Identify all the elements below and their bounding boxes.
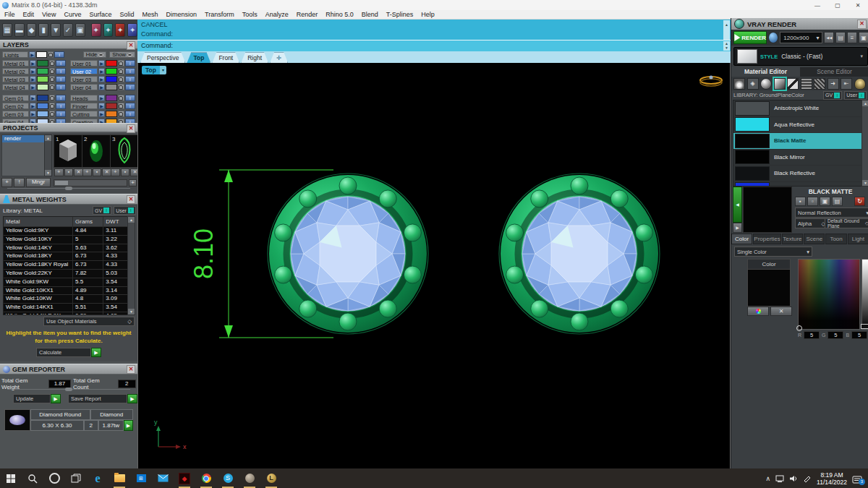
save-report-button[interactable]: Save Report xyxy=(68,394,127,403)
alpha-dropdown[interactable]: Alpha◇ xyxy=(795,218,828,228)
metal-table-row[interactable]: White Gold:10KW4.83.09 xyxy=(4,294,128,303)
render-globe-icon[interactable] xyxy=(768,32,778,43)
layer-expand-icon[interactable]: ▶ xyxy=(30,68,35,74)
layer-visibility-toggle[interactable]: I xyxy=(125,103,135,109)
layer-label[interactable]: User 02 xyxy=(70,68,98,74)
material-list-scrollbar[interactable]: ▲▼ xyxy=(861,100,868,187)
update-button[interactable]: Update xyxy=(13,394,51,403)
thumb-add-button[interactable]: + xyxy=(54,168,64,176)
object-materials-dropdown[interactable]: Use Object Materials◇ xyxy=(43,317,135,326)
metal-weights-close-icon[interactable]: ✕ xyxy=(127,195,135,204)
layer-expand-icon[interactable]: ▶ xyxy=(30,60,35,67)
detail-tab-light[interactable]: Light xyxy=(848,234,868,244)
project-add-button[interactable]: + xyxy=(1,178,12,187)
menu-item-curve[interactable]: Curve xyxy=(64,11,81,18)
menu-item-dimension[interactable]: Dimension xyxy=(166,11,197,18)
ground-plane-dropdown[interactable]: Default Ground Plane◇ xyxy=(825,218,868,228)
texture-icon[interactable] xyxy=(801,78,812,90)
render-list-icon[interactable]: ≡ xyxy=(847,32,857,43)
layer-label[interactable]: Finger xyxy=(70,103,98,109)
layer-visibility-toggle[interactable]: I xyxy=(125,76,135,82)
project-thumbnail-2[interactable]: 2+▪✕ xyxy=(82,134,112,168)
project-manager-button[interactable]: Mngr xyxy=(26,178,51,187)
taskbar-start-icon[interactable] xyxy=(0,468,22,488)
calculate-go-icon[interactable]: ▶ xyxy=(91,348,101,357)
pen-icon[interactable] xyxy=(803,475,812,482)
lock-icon[interactable] xyxy=(118,60,124,67)
layer-visibility-toggle[interactable]: I xyxy=(56,60,66,67)
chevron-down-icon[interactable]: ▾ xyxy=(160,66,166,74)
toolbar-plugin-icon-2[interactable]: ✦ xyxy=(115,23,125,37)
menu-item-mesh[interactable]: Mesh xyxy=(142,11,158,18)
taskbar-search-icon[interactable] xyxy=(22,468,43,488)
metal-table-row[interactable]: Yellow Gold:18KY Royal6.734.33 xyxy=(4,260,128,269)
material-load-icon[interactable]: ▤ xyxy=(832,197,843,206)
lock-icon[interactable] xyxy=(49,68,55,74)
thumb-add-button[interactable]: + xyxy=(82,168,92,176)
layer-expand-icon[interactable]: ▶ xyxy=(30,111,35,117)
menu-item-surface[interactable]: Surface xyxy=(89,11,111,18)
layer-color-swatch[interactable] xyxy=(106,84,117,90)
b-value[interactable]: 5 xyxy=(851,331,867,339)
layers-close-icon[interactable]: ✕ xyxy=(127,41,135,50)
command-history[interactable]: CANCEL Command: ▲▼ xyxy=(137,20,731,40)
calculate-button[interactable]: Calculate xyxy=(36,348,91,357)
toolbar-icon-4[interactable]: ▼ xyxy=(51,23,61,37)
layer-expand-icon[interactable]: ▶ xyxy=(30,76,35,82)
layer-visibility-toggle[interactable]: I xyxy=(56,76,66,82)
hide-button[interactable]: Hide xyxy=(83,51,106,58)
panel-splitter[interactable] xyxy=(7,188,130,192)
lock-icon[interactable] xyxy=(118,95,124,101)
thumb-lock-button[interactable]: ▪ xyxy=(121,168,130,176)
viewport-tab-perspective[interactable]: Perspective xyxy=(140,52,185,63)
layer-expand-icon[interactable]: ▶ xyxy=(98,103,105,109)
viewport-tab-front[interactable]: Front xyxy=(212,52,239,63)
layer-label[interactable]: Heads xyxy=(70,95,98,101)
toolbar-plugin-icon-3[interactable]: ✦ xyxy=(127,23,137,37)
gradient-icon[interactable] xyxy=(774,78,786,90)
action-center-icon[interactable]: 3 xyxy=(852,474,862,483)
metal-table-row[interactable]: Yellow Gold:14KY5.633.62 xyxy=(4,244,128,252)
gem-model[interactable] xyxy=(499,174,660,334)
layer-label-lights[interactable]: Lights xyxy=(2,51,28,58)
material-delete-icon[interactable]: ↻ xyxy=(854,197,865,206)
taskbar-store-icon[interactable]: ⊞ xyxy=(130,468,152,488)
color-mode-dropdown[interactable]: Single Color▾ xyxy=(734,247,812,257)
layer-visibility-toggle[interactable]: I xyxy=(56,68,66,74)
color-picker-cursor[interactable] xyxy=(796,325,802,331)
network-icon[interactable] xyxy=(775,475,784,482)
layer-visibility-toggle[interactable]: I xyxy=(125,111,135,117)
slider-handle[interactable] xyxy=(861,324,868,329)
metal-table-row[interactable]: White Gold:9KW5.53.54 xyxy=(4,278,128,286)
thumbs-hscrollbar[interactable] xyxy=(54,179,127,187)
viewport-tab-top[interactable]: Top xyxy=(187,52,210,63)
reflection-dropdown[interactable]: Normal Reflection▾ xyxy=(795,207,868,218)
layer-label[interactable]: User 01 xyxy=(70,60,98,67)
layer-color-swatch[interactable] xyxy=(37,95,48,101)
render-button[interactable]: RENDER xyxy=(733,31,767,44)
ring-model[interactable] xyxy=(700,76,722,87)
layer-expand-icon[interactable]: ▶ xyxy=(98,76,105,82)
menu-item-t-splines[interactable]: T-Splines xyxy=(386,11,414,18)
lock-icon[interactable] xyxy=(49,111,55,117)
taskbar-launcher-app-icon[interactable]: L xyxy=(260,468,282,488)
detail-tab-properties[interactable]: Properties xyxy=(753,234,780,244)
taskbar-skype-icon[interactable]: S xyxy=(217,468,239,488)
toolbar-plugin-icon-1[interactable]: ✦ xyxy=(103,23,114,37)
menu-item-render[interactable]: Render xyxy=(297,11,318,18)
current-color-swatch[interactable] xyxy=(747,269,791,307)
layer-label[interactable]: Cutting xyxy=(70,111,98,117)
viewport-corner-label[interactable]: Top xyxy=(142,66,160,74)
layer-expand-icon[interactable]: ▶ xyxy=(30,95,35,101)
thumb-add-button[interactable]: + xyxy=(111,168,120,176)
lock-icon[interactable] xyxy=(118,84,124,90)
column-header[interactable]: DWT xyxy=(103,217,128,226)
detail-tab-scene[interactable]: Scene xyxy=(804,234,825,244)
layer-label[interactable]: Gem 02 xyxy=(2,103,29,109)
material-item-aqua-reflective[interactable]: Aqua Reflective xyxy=(733,117,862,134)
taskbar-paint-app-icon[interactable] xyxy=(239,468,260,488)
render-region-icon[interactable]: ▣ xyxy=(859,32,868,43)
toolbar-icon-6[interactable]: ▣ xyxy=(75,23,85,37)
color-clear-icon[interactable]: ✕ xyxy=(770,307,792,316)
layer-label[interactable]: User 03 xyxy=(70,76,98,82)
